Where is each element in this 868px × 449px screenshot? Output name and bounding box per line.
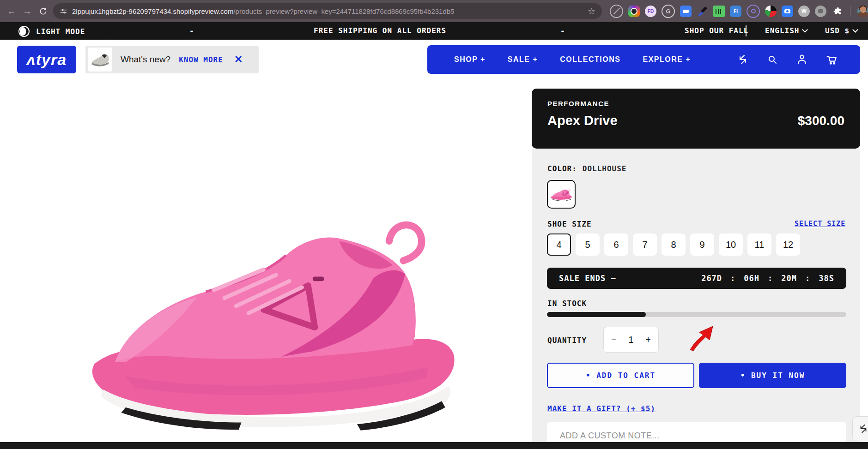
- puzzle-extension-icon[interactable]: [832, 6, 843, 17]
- cart-button[interactable]: [825, 53, 838, 66]
- size-option-8[interactable]: 8: [662, 233, 686, 256]
- theme-toggle[interactable]: LIGHT MODE: [18, 26, 85, 37]
- url-bar[interactable]: 2lppujux1hgbzt2p-96209797434.shopifyprev…: [53, 3, 602, 19]
- increase-button[interactable]: +: [645, 335, 651, 345]
- light-mode-label: LIGHT MODE: [36, 27, 85, 36]
- gray-shoe-image: [90, 49, 111, 70]
- search-icon: [767, 54, 778, 65]
- size-option-4[interactable]: 4: [547, 233, 571, 256]
- whats-new-text: What's new?: [121, 54, 170, 65]
- search-button[interactable]: [766, 53, 779, 66]
- nav-item-sale[interactable]: SALE +: [508, 55, 538, 64]
- w-extension-icon[interactable]: W: [798, 6, 810, 17]
- decrease-button[interactable]: −: [611, 335, 617, 345]
- currency-selector[interactable]: USD $: [825, 26, 857, 35]
- browser-toolbar: ← → 2lppujux1hgbzt2p-96209797434.shopify…: [0, 0, 868, 22]
- close-icon[interactable]: ✕: [234, 54, 243, 66]
- g-extension-icon[interactable]: G: [662, 5, 675, 18]
- nav-item-shop[interactable]: SHOP +: [454, 55, 486, 64]
- countdown-timer: 267D : 06H : 20M : 38S: [701, 274, 834, 283]
- reload-icon: [39, 7, 47, 15]
- currency-label: USD $: [825, 26, 850, 35]
- quantity-value: 1: [628, 335, 633, 345]
- size-options: 4 5 6 7 8 9 10 11 12: [547, 233, 800, 256]
- gift-link[interactable]: MAKE IT A GIFT? (+ $5): [547, 404, 656, 413]
- blocker-extension-icon[interactable]: [610, 5, 623, 18]
- keyboard-extension-icon[interactable]: [680, 6, 692, 17]
- account-button[interactable]: [795, 53, 808, 66]
- chevron-down-icon: [802, 27, 808, 33]
- size-option-11[interactable]: 11: [747, 233, 771, 256]
- compare-icon: [858, 424, 868, 434]
- compare-button[interactable]: [736, 53, 749, 66]
- light-mode-toggle-icon: [18, 26, 30, 37]
- eyedropper-extension-icon[interactable]: [697, 6, 708, 17]
- timer-seconds: 38S: [819, 274, 834, 283]
- size-option-6[interactable]: 6: [604, 233, 628, 256]
- ticker-cursor: [746, 25, 747, 36]
- whats-new-thumbnail[interactable]: [88, 48, 112, 72]
- url-text: 2lppujux1hgbzt2p-96209797434.shopifyprev…: [72, 7, 454, 15]
- product-category: PERFORMANCE: [547, 100, 844, 108]
- nav-item-explore[interactable]: EXPLORE +: [643, 55, 691, 64]
- back-button[interactable]: ←: [4, 3, 19, 19]
- lens-extension-icon[interactable]: [747, 5, 760, 18]
- screen: ← → 2lppujux1hgbzt2p-96209797434.shopify…: [0, 0, 868, 449]
- sale-countdown: SALE ENDS — 267D : 06H : 20M : 38S: [547, 268, 846, 289]
- recorder-extension-icon[interactable]: [782, 6, 793, 17]
- account-icon: [796, 54, 807, 65]
- size-option-7[interactable]: 7: [633, 233, 657, 256]
- quantity-label: QUANTITY: [547, 336, 587, 345]
- forward-button[interactable]: →: [19, 3, 35, 19]
- reload-button[interactable]: [35, 3, 51, 19]
- timer-separator: :: [805, 274, 810, 283]
- nav-item-collections[interactable]: COLLECTIONS: [560, 55, 620, 64]
- bottom-bar: [0, 442, 868, 449]
- size-option-12[interactable]: 12: [776, 233, 800, 256]
- fi-extension-icon[interactable]: FI: [730, 6, 741, 17]
- whats-new-banner: What's new? KNOW MORE ✕: [85, 46, 259, 73]
- timer-days: 267D: [701, 274, 722, 283]
- url-path: /products_preview?preview_key=244711828f…: [233, 7, 454, 15]
- add-to-cart-button[interactable]: • ADD TO CART: [547, 363, 694, 388]
- profile-avatar[interactable]: [857, 6, 868, 17]
- color-wheel-extension-icon[interactable]: [765, 6, 777, 17]
- product-header-panel: PERFORMANCE Apex Drive $300.00: [532, 89, 860, 149]
- chevron-down-icon: [852, 27, 858, 33]
- screenshot-extension-icon[interactable]: [815, 6, 826, 17]
- color-row: COLOR: DOLLHOUSE: [547, 164, 627, 173]
- brand-logo[interactable]: ʌtyra: [17, 46, 76, 73]
- size-option-9[interactable]: 9: [690, 233, 714, 256]
- know-more-link[interactable]: KNOW MORE: [179, 55, 223, 64]
- product-image[interactable]: [46, 198, 499, 441]
- ticker-dash-2: -: [560, 26, 565, 35]
- select-size-link[interactable]: SELECT SIZE: [795, 220, 845, 228]
- timer-hours: 06H: [744, 274, 759, 283]
- quantity-stepper: − 1 +: [603, 327, 659, 353]
- ticker-dash: -: [189, 26, 194, 35]
- site-info-icon[interactable]: [60, 7, 67, 15]
- language-selector[interactable]: ENGLISH: [765, 26, 807, 35]
- bookmark-star-icon[interactable]: ☆: [588, 6, 595, 17]
- color-swatch-dollhouse[interactable]: [547, 180, 576, 209]
- timer-separator: :: [768, 274, 773, 283]
- camera-gradient-extension-icon[interactable]: [628, 6, 640, 17]
- size-label: SHOE SIZE: [547, 220, 592, 228]
- cart-icon: [826, 54, 838, 66]
- product-title: Apex Drive: [547, 113, 618, 128]
- meter-extension-icon[interactable]: [713, 6, 725, 17]
- buy-it-now-button[interactable]: • BUY IT NOW: [699, 363, 846, 388]
- compare-float-button[interactable]: [852, 416, 868, 441]
- announcement-divider: [107, 25, 107, 37]
- main-nav: SHOP + SALE + COLLECTIONS EXPLORE +: [427, 45, 860, 74]
- timer-minutes: 20M: [781, 274, 797, 283]
- size-option-5[interactable]: 5: [576, 233, 600, 256]
- size-option-10[interactable]: 10: [719, 233, 743, 256]
- announcement-bar: LIGHT MODE - FREE SHIPPING ON ALL ORDERS…: [0, 22, 868, 40]
- swatch-shoe-image: [550, 186, 573, 202]
- timer-separator: :: [730, 274, 735, 283]
- pink-shoe-image: [46, 198, 499, 441]
- product-info-background: [532, 149, 860, 442]
- sale-label: SALE ENDS —: [559, 274, 616, 283]
- fd-extension-icon[interactable]: FD: [645, 6, 656, 17]
